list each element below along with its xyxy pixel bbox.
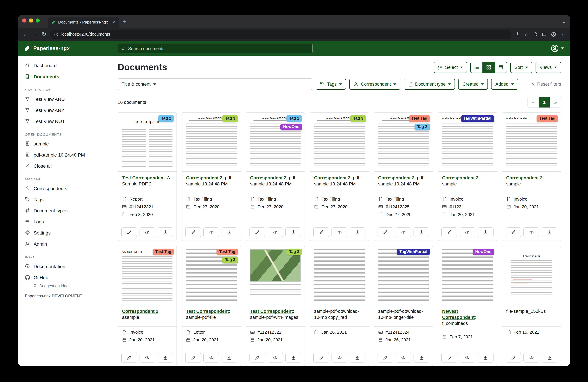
- view-details-button[interactable]: [495, 62, 507, 73]
- tag-badge[interactable]: Tag 3: [351, 115, 366, 122]
- document-title[interactable]: sample-pdf-download-10-mb copy_red: [314, 309, 359, 320]
- correspondent-link[interactable]: Test Correspondent: [186, 309, 229, 314]
- correspondent-link[interactable]: Test Correspondent: [122, 175, 165, 181]
- download-button[interactable]: [478, 353, 494, 362]
- minimize-window-button[interactable]: [29, 19, 33, 22]
- document-card[interactable]: Adobe Acrobat PDF Files Tag 3 Correspond…: [310, 112, 369, 241]
- edit-button[interactable]: [185, 227, 201, 237]
- added-filter-button[interactable]: Added: [491, 79, 518, 90]
- sidebar-item-admin[interactable]: Admin: [18, 238, 109, 249]
- tag-badge[interactable]: TagWithPartial: [461, 115, 494, 122]
- sidebar-item-close-all[interactable]: Close all: [18, 160, 109, 171]
- sidebar-item-open-doc-pdf-sample[interactable]: pdf-sample 10.24.48 PM: [18, 149, 109, 160]
- document-card[interactable]: Adobe Acrobat PDF Files Test TagTag 2 Co…: [374, 112, 433, 241]
- tag-badge[interactable]: Tag 3: [222, 115, 238, 122]
- sidebar-item-suggest-idea[interactable]: Suggest an idea: [18, 283, 109, 288]
- view-button[interactable]: [460, 353, 475, 362]
- new-tab-button[interactable]: +: [123, 19, 126, 25]
- tab-search-chevron-icon[interactable]: ⌄: [563, 20, 566, 28]
- download-button[interactable]: [350, 353, 365, 362]
- view-button[interactable]: [332, 227, 347, 237]
- document-card[interactable]: Lorem Ipsum Tag 2 Test Correspondent: A …: [118, 112, 177, 241]
- document-card[interactable]: Adobe Acrobat PDF Files Tag 2NewOne Corr…: [246, 112, 305, 241]
- tag-badge[interactable]: TagWithPartial: [397, 248, 430, 255]
- document-thumbnail[interactable]: A Simple PDF File Test Tag: [118, 246, 177, 305]
- document-card[interactable]: A Simple PDF File Test Tag Correspondent…: [118, 245, 177, 366]
- correspondent-link[interactable]: Correspondent 2: [250, 175, 286, 181]
- view-grid-button[interactable]: [483, 62, 495, 73]
- document-card[interactable]: Adobe Acrobat PDF Files Tag 3 Correspond…: [182, 112, 241, 241]
- menu-kebab-icon[interactable]: ⋮: [560, 32, 565, 37]
- document-thumbnail[interactable]: A Simple PDF File Test Tag: [502, 113, 561, 172]
- document-card[interactable]: Lorem ipsum file-sample_150kBs Feb 15, 2…: [502, 245, 561, 366]
- view-button[interactable]: [524, 227, 539, 237]
- tags-filter-button[interactable]: Tags: [316, 79, 346, 90]
- correspondent-link[interactable]: Correspondent 2: [314, 175, 351, 181]
- document-card[interactable]: TagWithPartial sample-pdf-download-10-mb…: [374, 245, 433, 366]
- download-button[interactable]: [542, 353, 557, 362]
- document-title[interactable]: sample-pdf-download-10-mb-longer-title: [378, 309, 423, 320]
- reset-filters-button[interactable]: ✕ Reset filters: [531, 82, 561, 87]
- download-button[interactable]: [286, 227, 301, 237]
- view-button[interactable]: [524, 353, 539, 362]
- edit-button[interactable]: [441, 353, 457, 362]
- sidebar-item-logs[interactable]: Logs: [18, 216, 109, 227]
- document-card[interactable]: NewOne Newest Correspondent: f_combineds…: [438, 245, 497, 366]
- correspondent-link[interactable]: Test Correspondent: [250, 309, 293, 314]
- edit-button[interactable]: [314, 227, 329, 237]
- edit-button[interactable]: [505, 227, 521, 237]
- view-button[interactable]: [140, 353, 155, 362]
- sidebar-item-dashboard[interactable]: Dashboard: [18, 60, 109, 71]
- document-thumbnail[interactable]: A Simple PDF File TagWithPartial: [438, 113, 497, 172]
- correspondent-link[interactable]: Correspondent 2: [442, 175, 478, 181]
- bookmark-star-icon[interactable]: ☆: [524, 32, 528, 37]
- download-button[interactable]: [158, 353, 173, 362]
- download-button[interactable]: [414, 353, 429, 362]
- document-thumbnail[interactable]: Adobe Acrobat PDF Files Test TagTag 2: [374, 113, 433, 172]
- sidebar-item-test-view-not[interactable]: Test View NOT: [18, 116, 109, 127]
- tag-badge[interactable]: Test Tag: [153, 248, 174, 255]
- sidebar-item-documents[interactable]: Documents: [18, 71, 109, 82]
- sidebar-item-github[interactable]: GitHub: [18, 272, 109, 283]
- tag-badge[interactable]: Test Tag: [217, 248, 238, 255]
- profile-icon[interactable]: [551, 32, 556, 37]
- document-card[interactable]: A Simple PDF File TagWithPartial Corresp…: [438, 112, 497, 241]
- back-button[interactable]: ←: [23, 32, 28, 37]
- tag-badge[interactable]: Tag 2: [158, 115, 174, 122]
- correspondent-link[interactable]: Newest Correspondent: [442, 309, 475, 320]
- document-thumbnail[interactable]: [310, 246, 369, 305]
- view-button[interactable]: [203, 227, 219, 237]
- global-search[interactable]: [118, 44, 313, 53]
- document-card[interactable]: Tag 3 Test Correspondent: sample-pdf-wit…: [246, 245, 305, 366]
- share-icon[interactable]: [515, 32, 520, 37]
- pagination-prev-button[interactable]: «: [527, 97, 539, 107]
- reload-button[interactable]: ↻: [42, 32, 46, 37]
- view-list-button[interactable]: [470, 62, 483, 73]
- correspondent-filter-button[interactable]: Correspondent: [350, 79, 400, 90]
- tag-badge[interactable]: Test Tag: [409, 115, 430, 122]
- tag-badge[interactable]: Tag 3: [286, 248, 302, 255]
- sidebar-item-open-doc-sample[interactable]: sample: [18, 138, 109, 149]
- correspondent-link[interactable]: Correspondent 2: [506, 175, 543, 181]
- view-button[interactable]: [332, 353, 347, 362]
- document-type-filter-button[interactable]: Document type: [404, 79, 455, 90]
- document-thumbnail[interactable]: Lorem Ipsum Tag 2: [118, 113, 177, 172]
- views-button[interactable]: Views: [536, 62, 561, 73]
- view-button[interactable]: [267, 227, 283, 237]
- edit-button[interactable]: [250, 353, 265, 362]
- view-button[interactable]: [396, 353, 411, 362]
- document-title[interactable]: file-sample_150kBs: [506, 309, 546, 314]
- view-button[interactable]: [140, 227, 155, 237]
- sidebar-item-test-view-any[interactable]: Test View ANY: [18, 104, 109, 116]
- document-thumbnail[interactable]: Test TagTag 3: [182, 246, 241, 305]
- browser-tab[interactable]: Documents - Paperless-ngx ✕: [48, 17, 119, 28]
- sort-button[interactable]: Sort: [510, 62, 532, 73]
- edit-button[interactable]: [377, 227, 393, 237]
- tag-badge[interactable]: NewOne: [473, 248, 494, 255]
- download-button[interactable]: [286, 353, 301, 362]
- tag-badge[interactable]: Tag 2: [414, 124, 430, 130]
- document-card[interactable]: A Simple PDF File Test Tag Correspondent…: [502, 112, 561, 241]
- download-button[interactable]: [542, 227, 557, 237]
- document-card[interactable]: Test TagTag 3 Test Correspondent: sample…: [182, 245, 241, 366]
- view-button[interactable]: [460, 227, 475, 237]
